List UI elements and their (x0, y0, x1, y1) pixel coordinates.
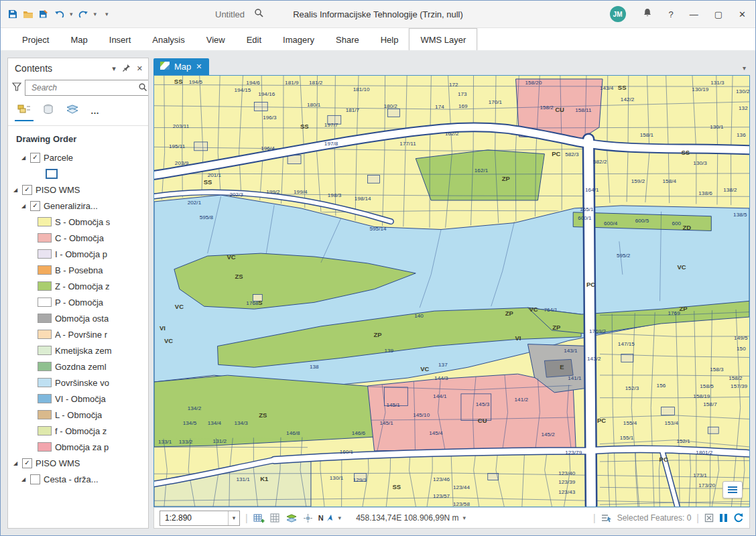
tab-list-chevron-icon[interactable]: ▾ (743, 64, 746, 72)
expand-arrow-icon[interactable]: ◢ (20, 155, 27, 161)
ribbon-tab-view[interactable]: View (196, 28, 236, 50)
panel-menu-chevron-icon[interactable]: ▾ (112, 64, 116, 73)
legend-swatch[interactable] (38, 233, 52, 243)
toolbar-overflow-button[interactable]: … (90, 106, 100, 119)
legend-item[interactable]: B - Posebna (8, 262, 148, 278)
pause-drawing-icon[interactable] (720, 514, 727, 522)
legend-item[interactable]: Z - Območja z (8, 278, 148, 294)
layer-piso-wms-2[interactable]: ◢ ✓ PISO WMS (8, 455, 148, 471)
legend-item[interactable]: f - Območja z (8, 423, 148, 439)
panel-close-icon[interactable]: ✕ (137, 64, 143, 73)
coordinates-display[interactable]: 458.134,74E 108.906,99N m ▾ (356, 513, 466, 523)
legend-item[interactable]: Območja osta (8, 310, 148, 326)
layer-cesta[interactable]: ◢ Cesta - drža... (8, 471, 148, 487)
open-project-icon[interactable] (23, 9, 34, 19)
checkbox-checked[interactable]: ✓ (22, 185, 32, 195)
customize-toolbar-icon[interactable]: ▾ (105, 11, 109, 17)
legend-swatch[interactable] (38, 297, 52, 307)
expand-arrow-icon[interactable]: ◢ (20, 476, 27, 482)
parcel-symbol-swatch[interactable] (46, 169, 58, 179)
layer-parcele[interactable]: ◢ ✓ Parcele (8, 149, 148, 165)
parcele-symbol-row[interactable] (8, 165, 148, 182)
ribbon-tab-analysis[interactable]: Analysis (141, 28, 195, 50)
legend-swatch[interactable] (38, 394, 52, 403)
checkbox-checked[interactable]: ✓ (30, 201, 40, 211)
legend-item[interactable]: C - Območja (8, 230, 148, 246)
legend-item[interactable]: I - Območja p (8, 246, 148, 262)
legend-swatch[interactable] (38, 378, 52, 387)
north-options-chevron-icon[interactable]: ▾ (338, 515, 342, 521)
legend-swatch[interactable] (38, 281, 52, 291)
layer-list-button[interactable] (722, 481, 743, 498)
legend-swatch[interactable] (38, 265, 52, 275)
checkbox-checked[interactable]: ✓ (30, 153, 40, 163)
legend-item[interactable]: Območja za p (8, 439, 148, 455)
legend-item[interactable]: VI - Območja (8, 391, 148, 407)
legend-swatch[interactable] (38, 362, 52, 371)
tab-close-icon[interactable]: ✕ (196, 62, 202, 71)
legend-swatch[interactable] (38, 314, 52, 323)
ribbon-tab-help[interactable]: Help (370, 28, 410, 50)
checkbox-unchecked[interactable] (30, 474, 40, 484)
pin-icon[interactable] (122, 64, 131, 74)
ribbon-tab-project[interactable]: Project (11, 28, 60, 50)
close-button[interactable]: ✕ (739, 9, 746, 19)
undo-dropdown-icon[interactable]: ▾ (70, 11, 73, 17)
search-command-icon[interactable] (254, 8, 264, 20)
checkbox-checked[interactable]: ✓ (22, 458, 32, 468)
notifications-bell-icon[interactable] (642, 7, 653, 21)
list-by-drawing-order-icon[interactable] (17, 104, 31, 121)
list-by-selection-icon[interactable] (66, 104, 79, 121)
refresh-icon[interactable] (733, 513, 744, 523)
legend-item[interactable]: L - Območja (8, 407, 148, 423)
minimize-button[interactable]: — (690, 9, 698, 19)
ribbon-tab-share[interactable]: Share (325, 28, 370, 50)
legend-swatch[interactable] (38, 217, 52, 226)
legend-swatch[interactable] (38, 410, 52, 419)
grid-icon[interactable] (270, 513, 280, 523)
search-input[interactable]: ▾ (25, 80, 149, 96)
legend-swatch[interactable] (38, 249, 52, 259)
scale-dropdown-chevron-icon[interactable]: ▾ (228, 511, 239, 525)
undo-icon[interactable] (54, 9, 65, 19)
save-as-icon[interactable] (38, 9, 49, 19)
legend-item[interactable]: Kmetijska zem (8, 342, 148, 358)
layer-piso-wms-1[interactable]: ◢ ✓ PISO WMS (8, 182, 148, 198)
avatar[interactable]: JM (610, 6, 626, 22)
expand-arrow-icon[interactable]: ◢ (12, 187, 19, 193)
selection-box-icon[interactable] (704, 513, 714, 523)
list-by-data-source-icon[interactable] (42, 104, 54, 121)
selected-features-label[interactable]: Selected Features: 0 (617, 513, 692, 523)
north-arrow-icon[interactable]: N (318, 514, 333, 523)
map-canvas[interactable]: SS194/5194/6194/15194/16181/9181/2181/10… (154, 76, 749, 507)
legend-swatch[interactable] (38, 442, 52, 452)
redo-icon[interactable] (78, 9, 89, 19)
legend-item[interactable]: Gozdna zeml (8, 358, 148, 375)
expand-arrow-icon[interactable]: ◢ (12, 460, 19, 466)
legend-swatch[interactable] (38, 426, 52, 436)
redo-dropdown-icon[interactable]: ▾ (94, 11, 97, 17)
legend-item[interactable]: A - Površine r (8, 326, 148, 342)
legend-item[interactable]: S - Območja s (8, 214, 148, 230)
maximize-button[interactable]: ▢ (714, 9, 722, 19)
add-table-icon[interactable] (253, 513, 265, 523)
basemap-icon[interactable] (286, 513, 298, 523)
filter-icon[interactable] (12, 82, 21, 93)
layer-generalizirana[interactable]: ◢ ✓ Generalizira... (8, 198, 148, 214)
save-icon[interactable] (7, 9, 18, 19)
snapping-crosshair-icon[interactable] (303, 513, 313, 523)
coordinates-chevron-icon[interactable]: ▾ (463, 515, 466, 521)
ribbon-tab-imagery[interactable]: Imagery (272, 28, 325, 50)
ribbon-tab-edit[interactable]: Edit (236, 28, 272, 50)
map-view-tab[interactable]: Map ✕ (153, 58, 209, 75)
legend-swatch[interactable] (38, 330, 52, 339)
legend-item[interactable]: Površinske vo (8, 375, 148, 391)
expand-arrow-icon[interactable]: ◢ (20, 203, 27, 209)
ribbon-tab-insert[interactable]: Insert (99, 28, 142, 50)
ribbon-tab-map[interactable]: Map (60, 28, 98, 50)
ribbon-tab-wms-layer[interactable]: WMS Layer (409, 28, 477, 51)
selected-features-icon[interactable] (601, 513, 612, 523)
scale-combobox[interactable]: 1:2.890 ▾ (160, 511, 240, 526)
help-button[interactable]: ? (669, 9, 674, 19)
search-icon[interactable] (138, 82, 147, 94)
